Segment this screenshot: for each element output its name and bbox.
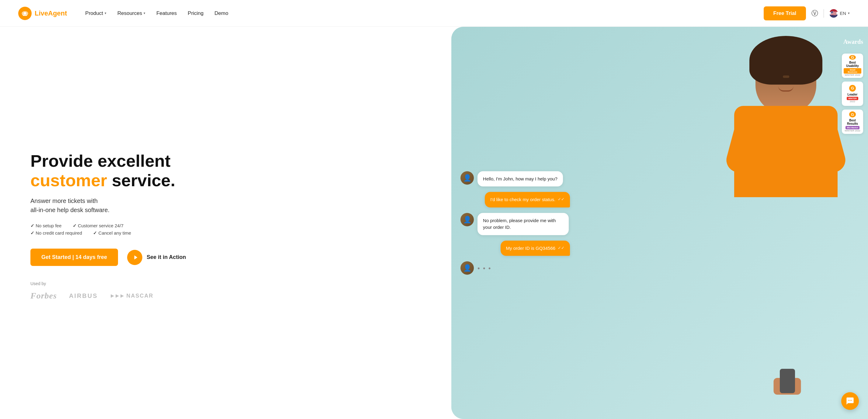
check-cancel: Cancel any time — [93, 230, 131, 236]
logo[interactable]: LiveAgent — [18, 7, 67, 20]
hero-checks: No setup fee Customer service 24/7 No cr… — [30, 223, 433, 238]
award-best-usability: G Best Usability Small Business WINTER 2… — [842, 54, 863, 78]
check-no-credit: No credit card required — [30, 230, 82, 236]
language-selector[interactable]: 🇺🇸 EN ▾ — [829, 9, 850, 18]
award-season-2: 2022 — [850, 100, 855, 103]
award-best-results: G Best Results Mid-Market WINTER 2022 — [842, 110, 863, 134]
chat-widget-button[interactable] — [841, 392, 859, 410]
agent-avatar-1: 👤 — [461, 171, 474, 184]
chat-container: 👤 Hello, I'm John, how may I help you? I… — [461, 171, 570, 275]
get-started-button[interactable]: Get Started | 14 days free — [30, 248, 118, 266]
chat-message-4: My order ID is GQ34566 ✓✓ — [461, 240, 570, 256]
agent-avatar-3: 👤 — [461, 261, 474, 275]
lang-chevron-icon: ▾ — [848, 11, 850, 15]
headline-line1: Provide excellent — [30, 151, 170, 171]
nav-product[interactable]: Product ▾ — [85, 10, 106, 17]
navbar: LiveAgent Product ▾ Resources ▾ Features… — [0, 0, 868, 27]
chat-message-3: 👤 No problem, please provide me with you… — [461, 213, 570, 235]
g2-icon-1: G — [849, 55, 856, 60]
award-title-2: Leader — [848, 93, 858, 96]
brand-logos: Forbes AIRBUS NASCAR — [30, 291, 433, 301]
hero-section: Provide excellent customer service. Answ… — [0, 27, 868, 419]
award-season-3: WINTER 2022 — [845, 129, 860, 132]
product-chevron-icon: ▾ — [104, 11, 106, 15]
headline-service: service. — [112, 171, 176, 190]
award-tag-3: Mid-Market — [845, 126, 860, 129]
agent-avatar-2: 👤 — [461, 213, 474, 226]
hero-left: Provide excellent customer service. Answ… — [0, 27, 451, 419]
chat-widget-icon — [846, 397, 854, 405]
nav-right: Free Trial Ⓥ 🇺🇸 EN ▾ — [764, 6, 850, 20]
action-label: See it in Action — [147, 254, 186, 261]
agent-face-2-icon: 👤 — [463, 215, 471, 223]
hero-right: 👤 Hello, I'm John, how may I help you? I… — [451, 27, 868, 419]
award-tag-2: WINTER — [847, 97, 858, 100]
nav-features[interactable]: Features — [156, 10, 177, 17]
check-row-1: No setup fee Customer service 24/7 — [30, 223, 433, 229]
play-icon — [127, 250, 142, 265]
logo-text: LiveAgent — [35, 9, 67, 17]
svg-point-4 — [850, 400, 851, 401]
svg-point-5 — [851, 400, 852, 401]
check-support: Customer service 24/7 — [73, 223, 123, 228]
logo-svg — [21, 9, 29, 17]
used-by-label: Used by — [30, 281, 433, 286]
chat-message-2: I'd like to check my order status. ✓✓ — [461, 192, 570, 208]
award-leader: G Leader WINTER 2022 — [842, 82, 863, 106]
see-in-action-button[interactable]: See it in Action — [127, 250, 186, 265]
lang-label: EN — [840, 11, 846, 16]
award-tag-1: Small Business — [844, 68, 861, 73]
nav-pricing[interactable]: Pricing — [188, 10, 204, 17]
hero-subtitle: Answer more tickets with all-in-one help… — [30, 196, 433, 214]
svg-point-1 — [24, 12, 27, 14]
double-check-icon: ✓✓ — [558, 196, 564, 202]
g2-icon-2: G — [849, 85, 856, 92]
hero-headline: Provide excellent customer service. — [30, 151, 433, 190]
used-by: Used by Forbes AIRBUS NASCAR — [30, 281, 433, 301]
forbes-logo: Forbes — [30, 291, 57, 301]
chat-message-1: 👤 Hello, I'm John, how may I help you? — [461, 171, 570, 186]
hero-person-image — [722, 27, 850, 419]
logo-icon — [18, 7, 32, 20]
nav-demo[interactable]: Demo — [214, 10, 228, 17]
bubble-4: My order ID is GQ34566 ✓✓ — [501, 240, 570, 256]
agent-face-icon: 👤 — [463, 174, 471, 182]
bubble-1: Hello, I'm John, how may I help you? — [477, 171, 563, 186]
awards-panel: Awards G Best Usability Small Business W… — [837, 36, 868, 139]
resources-chevron-icon: ▾ — [144, 11, 145, 15]
nascar-logo: NASCAR — [110, 293, 154, 299]
nav-resources[interactable]: Resources ▾ — [117, 10, 145, 17]
nav-divider — [824, 9, 824, 18]
check-no-setup: No setup fee — [30, 223, 61, 228]
free-trial-button[interactable]: Free Trial — [764, 6, 806, 20]
typing-indicator: 👤 • • • — [461, 261, 570, 275]
nav-links: Product ▾ Resources ▾ Features Pricing D… — [85, 10, 764, 17]
award-season-1: WINTER 2022 — [845, 73, 860, 77]
double-check-2-icon: ✓✓ — [558, 245, 564, 251]
svg-point-3 — [848, 400, 849, 401]
bubble-3: No problem, please provide me with your … — [477, 213, 569, 235]
typing-dots: • • • — [477, 264, 491, 272]
awards-title: Awards — [843, 38, 863, 46]
award-title-1: Best Usability — [844, 61, 861, 67]
bubble-2: I'd like to check my order status. ✓✓ — [485, 192, 570, 208]
hero-ctas: Get Started | 14 days free See it in Act… — [30, 248, 433, 266]
check-row-2: No credit card required Cancel any time — [30, 230, 433, 236]
headline-highlight: customer — [30, 171, 107, 190]
flag-icon: 🇺🇸 — [829, 9, 838, 18]
award-title-3: Best Results — [844, 119, 861, 125]
g2-icon-3: G — [849, 111, 856, 117]
svg-marker-2 — [134, 255, 137, 259]
user-icon[interactable]: Ⓥ — [811, 9, 818, 18]
airbus-logo: AIRBUS — [69, 292, 98, 299]
